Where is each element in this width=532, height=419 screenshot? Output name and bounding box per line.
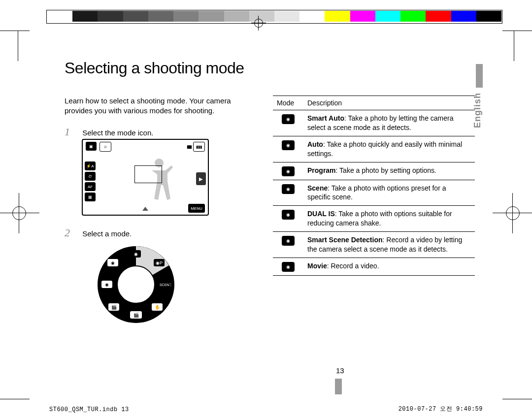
camera-lcd-mockup: ▣ ☺ ▮▮▮ ▮▮▮ ⚡A ⏱ AF ▦ ▶ MENU	[82, 139, 209, 216]
scene-icon: ◉	[282, 184, 295, 194]
mode-description: DUAL IS: Take a photo with options suita…	[303, 206, 475, 232]
footer-timestamp: 2010-07-27 오전 9:40:59	[399, 405, 483, 413]
battery-icon: ▮▮▮	[193, 142, 205, 152]
step-text: Select a mode.	[82, 229, 132, 238]
footer-filename: ST600_QSM_TUR.indb 13	[49, 406, 129, 413]
af-off-icon: AF	[85, 182, 96, 191]
page: Selecting a shooting mode Learn how to s…	[0, 0, 532, 419]
page-title: Selecting a shooting mode	[65, 59, 244, 77]
table-row: ◉Scene: Take a photo with options preset…	[273, 180, 475, 206]
table-header-description: Description	[303, 96, 475, 110]
language-tab-bar	[476, 64, 483, 88]
table-row: ◉DUAL IS: Take a photo with options suit…	[273, 206, 475, 232]
lcd-top-icons: ▣ ☺	[86, 142, 111, 152]
crop-line	[0, 31, 30, 31]
registration-mark-left	[8, 202, 31, 225]
crop-line	[502, 31, 532, 31]
table-row: ◉Auto: Take a photo quickly and easily w…	[273, 136, 475, 162]
table-row: ◉Movie: Record a video.	[273, 258, 475, 275]
mode-description: Auto: Take a photo quickly and easily wi…	[303, 136, 475, 162]
mode-description: Smart Scene Detection: Record a video by…	[303, 232, 475, 258]
svg-text:✋: ✋	[155, 304, 161, 310]
timer-icon: ⏱	[85, 172, 96, 181]
step-1: 1 Select the mode icon.	[65, 126, 153, 138]
mode-description: Movie: Record a video.	[303, 258, 475, 275]
mode-description: Smart Auto: Take a photo by letting the …	[303, 110, 475, 136]
auto-icon: ◉	[282, 140, 295, 150]
display-icon: ▦	[85, 193, 96, 201]
crop-line	[514, 31, 514, 61]
smart-auto-icon: ◉	[282, 114, 295, 124]
lcd-side-icons: ⚡A ⏱ AF ▦	[85, 161, 96, 201]
portrait-icon: ☺	[100, 142, 111, 152]
table-row: ◉Smart Scene Detection: Record a video b…	[273, 232, 475, 258]
arrow-up-icon	[142, 207, 148, 211]
svg-text:🎬: 🎬	[133, 312, 139, 318]
crop-line	[18, 31, 18, 61]
smart-scene-detection-icon: ◉	[282, 236, 295, 246]
mode-dial: ◉ ◉P SCENE ▸ ✋ 🎬 🎬 ◉ ◉	[97, 245, 175, 324]
lcd-bottom-row: MENU	[83, 204, 208, 213]
dual-is-icon: ◉	[282, 210, 295, 220]
flash-auto-icon: ⚡A	[85, 161, 96, 170]
svg-text:◉P: ◉P	[156, 260, 163, 265]
page-number: 13	[336, 366, 344, 375]
program-icon: ◉	[282, 166, 295, 176]
step-number: 1	[65, 126, 73, 138]
svg-text:🎬: 🎬	[111, 304, 117, 310]
page-number-bar	[335, 379, 342, 394]
intro-text: Learn how to select a shooting mode. You…	[65, 96, 247, 116]
movie-icon: ◉	[282, 262, 295, 272]
lcd-top-right: ▮▮▮ ▮▮▮	[187, 142, 205, 152]
menu-button: MENU	[188, 204, 205, 213]
camera-icon: ▣	[86, 142, 97, 151]
mode-description-table: Mode Description ◉Smart Auto: Take a pho…	[273, 96, 475, 276]
svg-text:▸: ▸	[169, 282, 172, 287]
table-row: ◉Program: Take a photo by setting option…	[273, 162, 475, 180]
svg-text:◉: ◉	[105, 282, 109, 287]
registration-mark-right	[501, 202, 524, 225]
print-colorbar	[47, 11, 501, 22]
svg-text:◉: ◉	[134, 252, 138, 257]
step-number: 2	[65, 226, 73, 239]
mode-description: Program: Take a photo by setting options…	[303, 162, 475, 180]
signal-icon: ▮▮▮	[187, 144, 191, 149]
crop-line	[502, 399, 532, 399]
play-icon: ▶	[196, 172, 206, 185]
step-2: 2 Select a mode.	[65, 226, 132, 239]
table-row: ◉Smart Auto: Take a photo by letting the…	[273, 110, 475, 136]
mode-description: Scene: Take a photo with options preset …	[303, 180, 475, 206]
table-header-mode: Mode	[273, 96, 303, 110]
registration-mark-top	[251, 16, 266, 31]
crop-line	[0, 399, 30, 399]
step-text: Select the mode icon.	[82, 129, 153, 137]
focus-frame	[134, 165, 162, 183]
svg-text:◉: ◉	[111, 260, 115, 265]
